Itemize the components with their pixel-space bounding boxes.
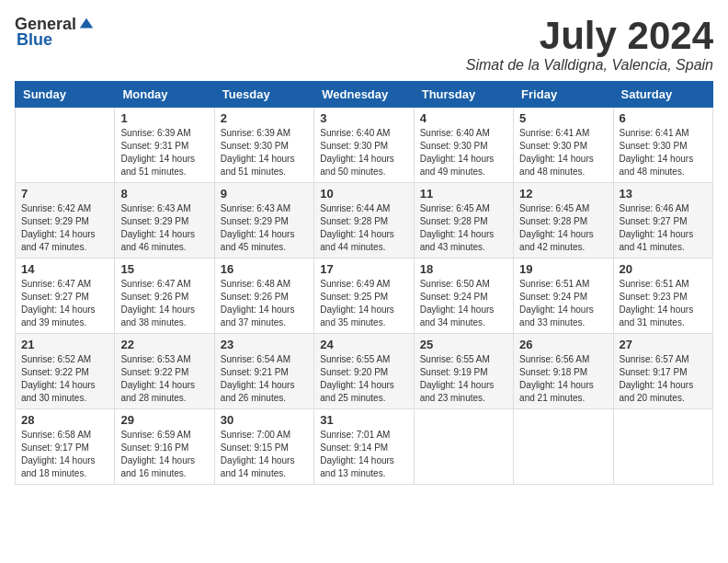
day-info: Sunrise: 6:43 AM Sunset: 9:29 PM Dayligh… (120, 202, 208, 254)
day-number: 4 (420, 111, 507, 125)
day-number: 27 (620, 338, 707, 351)
day-number: 12 (519, 187, 607, 201)
calendar-cell: 30Sunrise: 7:00 AM Sunset: 9:15 PM Dayli… (214, 409, 313, 485)
svg-marker-0 (80, 17, 93, 28)
day-info: Sunrise: 6:54 AM Sunset: 9:21 PM Dayligh… (221, 353, 308, 405)
day-info: Sunrise: 6:39 AM Sunset: 9:31 PM Dayligh… (120, 127, 208, 178)
day-info: Sunrise: 6:39 AM Sunset: 9:30 PM Dayligh… (221, 127, 308, 178)
day-number: 24 (320, 338, 407, 351)
day-number: 25 (420, 338, 507, 351)
calendar-cell: 4Sunrise: 6:40 AM Sunset: 9:30 PM Daylig… (414, 108, 513, 183)
calendar-week-row: 21Sunrise: 6:52 AM Sunset: 9:22 PM Dayli… (16, 334, 713, 409)
calendar-header-monday: Monday (115, 82, 214, 108)
day-number: 13 (620, 187, 707, 201)
day-info: Sunrise: 6:51 AM Sunset: 9:24 PM Dayligh… (519, 278, 607, 329)
calendar-cell: 6Sunrise: 6:41 AM Sunset: 9:30 PM Daylig… (613, 108, 712, 183)
day-info: Sunrise: 6:43 AM Sunset: 9:29 PM Dayligh… (221, 202, 308, 254)
day-number: 16 (221, 262, 308, 276)
day-info: Sunrise: 6:46 AM Sunset: 9:27 PM Dayligh… (620, 202, 707, 254)
day-number: 29 (120, 413, 208, 427)
day-number: 20 (620, 262, 707, 276)
calendar-cell: 23Sunrise: 6:54 AM Sunset: 9:21 PM Dayli… (214, 334, 313, 409)
day-info: Sunrise: 6:40 AM Sunset: 9:30 PM Dayligh… (320, 127, 407, 178)
calendar-cell: 17Sunrise: 6:49 AM Sunset: 9:25 PM Dayli… (314, 259, 414, 334)
day-number: 21 (21, 338, 108, 351)
calendar-cell (514, 409, 613, 485)
calendar-cell: 18Sunrise: 6:50 AM Sunset: 9:24 PM Dayli… (414, 259, 513, 334)
calendar-cell: 22Sunrise: 6:53 AM Sunset: 9:22 PM Dayli… (115, 334, 214, 409)
title-area: July 2024 Simat de la Valldigna, Valenci… (466, 15, 713, 74)
calendar-week-row: 14Sunrise: 6:47 AM Sunset: 9:27 PM Dayli… (16, 259, 713, 334)
calendar-cell: 10Sunrise: 6:44 AM Sunset: 9:28 PM Dayli… (314, 183, 414, 259)
calendar-cell: 27Sunrise: 6:57 AM Sunset: 9:17 PM Dayli… (613, 334, 712, 409)
calendar-week-row: 1Sunrise: 6:39 AM Sunset: 9:31 PM Daylig… (16, 108, 713, 183)
calendar-cell: 31Sunrise: 7:01 AM Sunset: 9:14 PM Dayli… (314, 409, 414, 485)
day-number: 22 (120, 338, 208, 351)
logo-icon (78, 17, 95, 33)
calendar-cell: 14Sunrise: 6:47 AM Sunset: 9:27 PM Dayli… (16, 259, 115, 334)
day-number: 5 (519, 111, 607, 125)
day-number: 19 (519, 262, 607, 276)
day-info: Sunrise: 6:53 AM Sunset: 9:22 PM Dayligh… (120, 353, 208, 405)
day-info: Sunrise: 6:49 AM Sunset: 9:25 PM Dayligh… (320, 278, 407, 329)
calendar-cell: 7Sunrise: 6:42 AM Sunset: 9:29 PM Daylig… (16, 183, 115, 259)
day-number: 23 (221, 338, 308, 351)
day-info: Sunrise: 6:52 AM Sunset: 9:22 PM Dayligh… (21, 353, 108, 405)
day-info: Sunrise: 6:55 AM Sunset: 9:19 PM Dayligh… (420, 353, 507, 405)
day-info: Sunrise: 6:48 AM Sunset: 9:26 PM Dayligh… (221, 278, 308, 329)
calendar-cell (414, 409, 513, 485)
day-number: 17 (320, 262, 407, 276)
day-info: Sunrise: 6:40 AM Sunset: 9:30 PM Dayligh… (420, 127, 507, 178)
calendar-cell: 9Sunrise: 6:43 AM Sunset: 9:29 PM Daylig… (214, 183, 313, 259)
calendar-cell: 21Sunrise: 6:52 AM Sunset: 9:22 PM Dayli… (16, 334, 115, 409)
calendar-cell: 26Sunrise: 6:56 AM Sunset: 9:18 PM Dayli… (514, 334, 613, 409)
calendar-header-saturday: Saturday (613, 82, 712, 108)
calendar-cell: 15Sunrise: 6:47 AM Sunset: 9:26 PM Dayli… (115, 259, 214, 334)
calendar-cell: 19Sunrise: 6:51 AM Sunset: 9:24 PM Dayli… (514, 259, 613, 334)
day-info: Sunrise: 6:51 AM Sunset: 9:23 PM Dayligh… (620, 278, 707, 329)
calendar-cell: 29Sunrise: 6:59 AM Sunset: 9:16 PM Dayli… (115, 409, 214, 485)
calendar-cell: 8Sunrise: 6:43 AM Sunset: 9:29 PM Daylig… (115, 183, 214, 259)
location-title: Simat de la Valldigna, Valencia, Spain (466, 57, 713, 74)
day-info: Sunrise: 6:57 AM Sunset: 9:17 PM Dayligh… (620, 353, 707, 405)
month-title: July 2024 (466, 15, 713, 57)
day-number: 8 (120, 187, 208, 201)
day-number: 28 (21, 413, 108, 427)
logo-blue-text: Blue (17, 30, 52, 50)
calendar-cell: 24Sunrise: 6:55 AM Sunset: 9:20 PM Dayli… (314, 334, 414, 409)
calendar-week-row: 7Sunrise: 6:42 AM Sunset: 9:29 PM Daylig… (16, 183, 713, 259)
day-info: Sunrise: 6:42 AM Sunset: 9:29 PM Dayligh… (21, 202, 108, 254)
day-number: 1 (120, 111, 208, 125)
header: General Blue July 2024 Simat de la Valld… (15, 15, 713, 74)
calendar-header-friday: Friday (514, 82, 613, 108)
calendar-cell: 20Sunrise: 6:51 AM Sunset: 9:23 PM Dayli… (613, 259, 712, 334)
day-number: 2 (221, 111, 308, 125)
calendar-cell: 28Sunrise: 6:58 AM Sunset: 9:17 PM Dayli… (16, 409, 115, 485)
day-number: 3 (320, 111, 407, 125)
day-info: Sunrise: 7:01 AM Sunset: 9:14 PM Dayligh… (320, 429, 407, 480)
day-number: 9 (221, 187, 308, 201)
day-info: Sunrise: 6:41 AM Sunset: 9:30 PM Dayligh… (519, 127, 607, 178)
calendar-cell (613, 409, 712, 485)
calendar-header-row: SundayMondayTuesdayWednesdayThursdayFrid… (16, 82, 713, 108)
day-number: 30 (221, 413, 308, 427)
day-info: Sunrise: 6:56 AM Sunset: 9:18 PM Dayligh… (519, 353, 607, 405)
calendar: SundayMondayTuesdayWednesdayThursdayFrid… (15, 81, 713, 485)
day-number: 11 (420, 187, 507, 201)
day-number: 10 (320, 187, 407, 201)
calendar-cell (16, 108, 115, 183)
day-info: Sunrise: 6:47 AM Sunset: 9:27 PM Dayligh… (21, 278, 108, 329)
calendar-header-wednesday: Wednesday (314, 82, 414, 108)
day-number: 31 (320, 413, 407, 427)
day-number: 15 (120, 262, 208, 276)
day-info: Sunrise: 6:45 AM Sunset: 9:28 PM Dayligh… (519, 202, 607, 254)
day-info: Sunrise: 6:47 AM Sunset: 9:26 PM Dayligh… (120, 278, 208, 329)
calendar-cell: 3Sunrise: 6:40 AM Sunset: 9:30 PM Daylig… (314, 108, 414, 183)
calendar-cell: 12Sunrise: 6:45 AM Sunset: 9:28 PM Dayli… (514, 183, 613, 259)
day-info: Sunrise: 6:45 AM Sunset: 9:28 PM Dayligh… (420, 202, 507, 254)
calendar-cell: 5Sunrise: 6:41 AM Sunset: 9:30 PM Daylig… (514, 108, 613, 183)
day-number: 26 (519, 338, 607, 351)
day-info: Sunrise: 6:50 AM Sunset: 9:24 PM Dayligh… (420, 278, 507, 329)
day-number: 7 (21, 187, 108, 201)
day-info: Sunrise: 6:58 AM Sunset: 9:17 PM Dayligh… (21, 429, 108, 480)
